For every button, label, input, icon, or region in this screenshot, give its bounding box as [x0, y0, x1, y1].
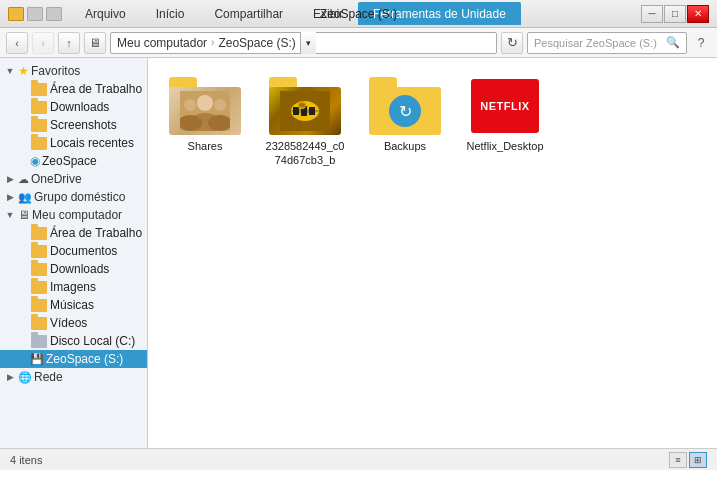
group-icon: 👥 [18, 191, 32, 204]
sidebar-item-documentos[interactable]: Documentos [0, 242, 147, 260]
back-button[interactable]: ‹ [6, 32, 28, 54]
folder-icon [31, 245, 47, 258]
folder-icon [31, 83, 47, 96]
sidebar-label: Imagens [50, 280, 96, 294]
folder-icon [31, 137, 47, 150]
expand-icon [16, 335, 28, 347]
close-button[interactable]: ✕ [687, 5, 709, 23]
maximize-button[interactable]: □ [664, 5, 686, 23]
sidebar-homegroup-header[interactable]: ▶ 👥 Grupo doméstico [0, 188, 147, 206]
sidebar-label: Área de Trabalho [50, 226, 142, 240]
sidebar-item-downloads-fav[interactable]: Downloads [0, 98, 147, 116]
sidebar-item-disco-local[interactable]: Disco Local (C:) [0, 332, 147, 350]
bee-thumbnail [269, 87, 341, 135]
shares-folder-icon [169, 77, 241, 135]
svg-point-3 [184, 99, 196, 111]
tab-compartilhar[interactable]: Compartilhar [199, 2, 298, 25]
folder-body [269, 87, 341, 135]
grid-view-button[interactable]: ⊞ [689, 452, 707, 468]
sidebar-favorites-header[interactable]: ▼ ★ Favoritos [0, 62, 147, 80]
folder-icon [31, 119, 47, 132]
tab-inicio[interactable]: Início [141, 2, 200, 25]
status-bar: 4 itens ≡ ⊞ [0, 448, 717, 470]
path-drive: ZeoSpace (S:) [218, 36, 295, 50]
svg-point-4 [214, 99, 226, 111]
file-item-backups[interactable]: ↻ Backups [360, 70, 450, 175]
expand-icon [16, 245, 28, 257]
computer-icon-btn[interactable]: 🖥 [84, 32, 106, 54]
sidebar-item-downloads-pc[interactable]: Downloads [0, 260, 147, 278]
sidebar-computer-header[interactable]: ▼ 🖥 Meu computador [0, 206, 147, 224]
app-icon [8, 7, 24, 21]
file-item-netflix[interactable]: NETFLIX Netflix_Desktop [460, 70, 550, 175]
disk-icon [31, 335, 47, 348]
sidebar-label: ZeoSpace [42, 154, 97, 168]
shares-label: Shares [188, 139, 223, 153]
file-area: Shares [148, 58, 717, 448]
expand-icon [16, 263, 28, 275]
sidebar-item-area-trabalho-pc[interactable]: Área de Trabalho [0, 224, 147, 242]
help-button[interactable]: ? [691, 36, 711, 50]
list-view-button[interactable]: ≡ [669, 452, 687, 468]
search-box[interactable]: Pesquisar ZeoSpace (S:) 🔍 [527, 32, 687, 54]
forward-button[interactable]: › [32, 32, 54, 54]
netflix-icon: NETFLIX [471, 79, 539, 133]
onedrive-label: OneDrive [31, 172, 82, 186]
bee-label: 2328582449_c074d67cb3_b [265, 139, 345, 168]
file-item-shares[interactable]: Shares [160, 70, 250, 175]
folder-icon [31, 281, 47, 294]
path-dropdown[interactable]: ▾ [300, 32, 316, 54]
sidebar-item-screenshots-fav[interactable]: Screenshots [0, 116, 147, 134]
item-count: 4 itens [10, 454, 42, 466]
file-item-bee[interactable]: 2328582449_c074d67cb3_b [260, 70, 350, 175]
path-separator-1: › [211, 37, 214, 48]
sidebar-onedrive-header[interactable]: ▶ ☁ OneDrive [0, 170, 147, 188]
sidebar-label: Área de Trabalho [50, 82, 142, 96]
zeospace-fav-icon: ◉ [30, 154, 40, 168]
expand-icon [16, 227, 28, 239]
network-icon: 🌐 [18, 371, 32, 384]
title-bar-icons [8, 7, 62, 21]
sidebar-label: Músicas [50, 298, 94, 312]
expand-icon [16, 281, 28, 293]
expand-icon [16, 299, 28, 311]
minimize-button[interactable]: ─ [641, 5, 663, 23]
search-icon: 🔍 [666, 36, 680, 49]
zeospace-drive-icon: 💾 [30, 353, 44, 366]
expand-icon [16, 83, 28, 95]
title-bar: Arquivo Início Compartilhar Exibir Ferra… [0, 0, 717, 28]
sidebar-network-header[interactable]: ▶ 🌐 Rede [0, 368, 147, 386]
tab-arquivo[interactable]: Arquivo [70, 2, 141, 25]
backups-folder-icon: ↻ [369, 77, 441, 135]
folder-icon [31, 227, 47, 240]
svg-point-12 [291, 109, 319, 113]
computer-label: Meu computador [32, 208, 122, 222]
svg-point-14 [299, 103, 305, 107]
cloud-icon: ☁ [18, 173, 29, 186]
folder-icon [31, 299, 47, 312]
expand-icon [16, 155, 28, 167]
sidebar-item-area-trabalho-fav[interactable]: Área de Trabalho [0, 80, 147, 98]
up-button[interactable]: ↑ [58, 32, 80, 54]
refresh-button[interactable]: ↻ [501, 32, 523, 54]
sidebar-label: Downloads [50, 262, 109, 276]
address-path[interactable]: Meu computador › ZeoSpace (S:) ▾ [110, 32, 497, 54]
expand-icon: ▶ [4, 191, 16, 203]
sidebar-item-locais-recentes[interactable]: Locais recentes [0, 134, 147, 152]
favorites-star-icon: ★ [18, 64, 29, 78]
sidebar-item-videos[interactable]: Vídeos [0, 314, 147, 332]
network-label: Rede [34, 370, 63, 384]
homegroup-label: Grupo doméstico [34, 190, 125, 204]
expand-favorites-icon: ▼ [4, 65, 16, 77]
sidebar-label: Vídeos [50, 316, 87, 330]
sidebar: ▼ ★ Favoritos Área de Trabalho Downloads… [0, 58, 148, 448]
pc-icon: 🖥 [18, 208, 30, 222]
sidebar-item-zeospace-fav[interactable]: ◉ ZeoSpace [0, 152, 147, 170]
sync-icon: ↻ [389, 95, 421, 127]
sidebar-item-imagens[interactable]: Imagens [0, 278, 147, 296]
sidebar-label: Downloads [50, 100, 109, 114]
sidebar-item-zeospace-drive[interactable]: 💾 ZeoSpace (S:) [0, 350, 147, 368]
folder-body [169, 87, 241, 135]
sidebar-item-musicas[interactable]: Músicas [0, 296, 147, 314]
netflix-label: Netflix_Desktop [466, 139, 543, 153]
